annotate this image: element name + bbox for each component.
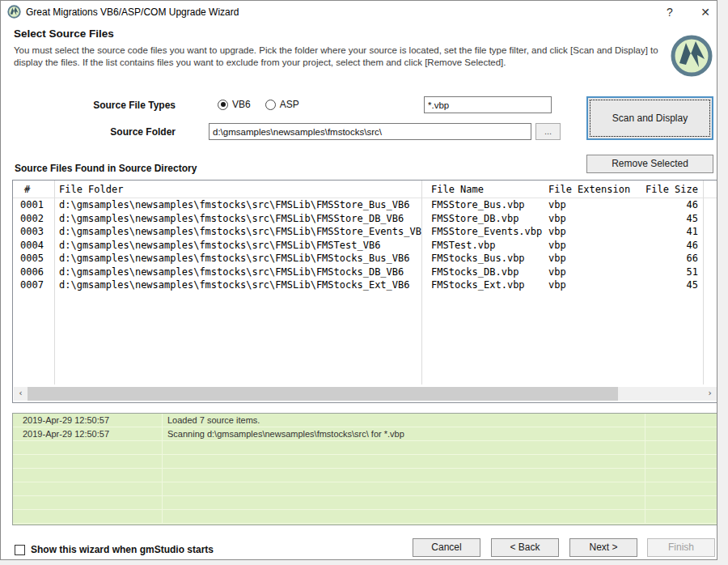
cell-size: 66 bbox=[640, 252, 703, 266]
cell-name: FMSStore_DB.vbp bbox=[421, 212, 541, 226]
table-header-row: # File Folder File Name File Extension F… bbox=[13, 181, 717, 198]
header-file-size[interactable]: File Size bbox=[640, 181, 703, 198]
header-num[interactable]: # bbox=[13, 181, 54, 198]
log-message: Scanning d:\gmsamples\newsamples\fmstock… bbox=[163, 427, 645, 440]
table-row[interactable]: 0001 d:\gmsamples\newsamples\fmstocks\sr… bbox=[13, 198, 717, 212]
log-row: 2019-Apr-29 12:50:57 Scanning d:\gmsampl… bbox=[13, 427, 717, 441]
show-wizard-checkbox[interactable] bbox=[15, 545, 25, 555]
column-divider bbox=[421, 181, 422, 384]
cell-num: 0007 bbox=[13, 278, 54, 292]
source-file-types-label: Source File Types bbox=[14, 100, 176, 111]
table-row[interactable]: 0005 d:\gmsamples\newsamples\fmstocks\sr… bbox=[13, 252, 717, 266]
radio-vb6[interactable]: VB6 bbox=[218, 99, 251, 110]
cell-ext: vbp bbox=[541, 239, 640, 253]
log-row-empty bbox=[13, 469, 717, 482]
cell-ext: vbp bbox=[541, 252, 640, 266]
window-title: Great Migrations VB6/ASP/COM Upgrade Wiz… bbox=[26, 6, 239, 18]
table-row[interactable]: 0004 d:\gmsamples\newsamples\fmstocks\sr… bbox=[13, 239, 717, 253]
show-wizard-checkbox-label: Show this wizard when gmStudio starts bbox=[31, 544, 214, 555]
cell-folder: d:\gmsamples\newsamples\fmstocks\src\FMS… bbox=[54, 266, 421, 279]
column-divider bbox=[54, 181, 55, 384]
close-icon[interactable]: ✕ bbox=[693, 4, 717, 20]
description-line-2: display the files. If the list contains … bbox=[14, 57, 661, 69]
log-timestamp: 2019-Apr-29 12:50:57 bbox=[13, 414, 163, 427]
table-row[interactable]: 0006 d:\gmsamples\newsamples\fmstocks\sr… bbox=[13, 266, 717, 279]
log-row-empty bbox=[13, 482, 717, 496]
page-description: You must select the source code files yo… bbox=[14, 45, 661, 69]
cell-name: FMStocks_Bus.vbp bbox=[421, 252, 541, 266]
next-button[interactable]: Next > bbox=[569, 538, 637, 557]
cell-size: 46 bbox=[640, 239, 703, 253]
page-title: Select Source Files bbox=[14, 28, 114, 40]
log-timestamp: 2019-Apr-29 12:50:57 bbox=[13, 427, 163, 440]
great-migrations-logo bbox=[670, 34, 713, 78]
header-file-folder[interactable]: File Folder bbox=[54, 181, 421, 198]
cell-num: 0005 bbox=[13, 252, 54, 266]
source-folder-label: Source Folder bbox=[14, 126, 176, 138]
scan-and-display-button[interactable]: Scan and Display bbox=[586, 96, 713, 140]
cell-num: 0004 bbox=[13, 239, 54, 253]
scroll-right-icon[interactable]: › bbox=[703, 387, 717, 401]
cell-folder: d:\gmsamples\newsamples\fmstocks\src\FMS… bbox=[54, 252, 421, 266]
cell-name: FMStocks_DB.vbp bbox=[421, 266, 541, 279]
log-message: Loaded 7 source items. bbox=[163, 414, 645, 427]
cell-ext: vbp bbox=[541, 198, 640, 212]
remove-selected-button[interactable]: Remove Selected bbox=[586, 155, 713, 173]
radio-asp-circle-icon[interactable] bbox=[265, 100, 276, 110]
cell-size: 45 bbox=[640, 212, 703, 226]
radio-vb6-label: VB6 bbox=[232, 99, 251, 110]
cancel-button[interactable]: Cancel bbox=[413, 538, 480, 557]
cell-folder: d:\gmsamples\newsamples\fmstocks\src\FMS… bbox=[54, 212, 421, 226]
cell-folder: d:\gmsamples\newsamples\fmstocks\src\FMS… bbox=[54, 198, 421, 212]
cell-name: FMSTest.vbp bbox=[421, 239, 541, 253]
log-row: 2019-Apr-29 12:50:57 Loaded 7 source ite… bbox=[13, 414, 717, 427]
horizontal-scrollbar[interactable]: ‹ › bbox=[14, 387, 717, 401]
cell-folder: d:\gmsamples\newsamples\fmstocks\src\FMS… bbox=[54, 278, 421, 292]
table-row[interactable]: 0002 d:\gmsamples\newsamples\fmstocks\sr… bbox=[13, 212, 717, 226]
cell-size: 46 bbox=[640, 198, 703, 212]
table-row[interactable]: 0007 d:\gmsamples\newsamples\fmstocks\sr… bbox=[13, 278, 717, 292]
log-row-empty bbox=[13, 496, 717, 510]
browse-folder-button[interactable]: ... bbox=[535, 123, 561, 140]
scroll-left-icon[interactable]: ‹ bbox=[14, 387, 28, 401]
file-filter-input[interactable] bbox=[424, 96, 552, 113]
cell-folder: d:\gmsamples\newsamples\fmstocks\src\FMS… bbox=[54, 225, 421, 239]
table-caption: Source Files Found in Source Directory bbox=[15, 163, 197, 174]
app-logo-icon bbox=[7, 5, 21, 19]
cell-ext: vbp bbox=[541, 278, 640, 292]
log-row-empty bbox=[13, 510, 717, 524]
finish-button: Finish bbox=[647, 538, 715, 557]
log-row-empty bbox=[13, 441, 717, 455]
table-row[interactable]: 0003 d:\gmsamples\newsamples\fmstocks\sr… bbox=[13, 225, 717, 239]
cell-size: 41 bbox=[640, 225, 703, 239]
cell-num: 0001 bbox=[13, 198, 54, 212]
cell-name: FMSStore_Events.vbp bbox=[421, 225, 541, 239]
back-button[interactable]: < Back bbox=[491, 538, 559, 557]
radio-asp-label: ASP bbox=[280, 99, 299, 110]
cell-ext: vbp bbox=[541, 266, 640, 279]
header-file-name[interactable]: File Name bbox=[421, 181, 541, 198]
cell-num: 0003 bbox=[13, 225, 54, 239]
scrollbar-thumb[interactable] bbox=[28, 387, 618, 401]
radio-vb6-circle-icon[interactable] bbox=[218, 100, 228, 110]
cell-name: FMSStore_Bus.vbp bbox=[421, 198, 541, 212]
cell-ext: vbp bbox=[541, 212, 640, 226]
cell-ext: vbp bbox=[541, 225, 640, 239]
source-files-table: # File Folder File Name File Extension F… bbox=[12, 180, 717, 403]
file-type-radio-group: VB6 ASP bbox=[218, 99, 299, 110]
title-bar: Great Migrations VB6/ASP/COM Upgrade Wiz… bbox=[1, 1, 717, 23]
description-line-1: You must select the source code files yo… bbox=[14, 45, 661, 57]
source-folder-input[interactable] bbox=[209, 123, 531, 140]
status-log-panel: 2019-Apr-29 12:50:57 Loaded 7 source ite… bbox=[12, 413, 717, 525]
help-button[interactable]: ? bbox=[658, 4, 682, 20]
cell-size: 51 bbox=[640, 266, 703, 279]
header-file-extension[interactable]: File Extension bbox=[541, 181, 640, 198]
radio-asp[interactable]: ASP bbox=[265, 99, 299, 110]
cell-folder: d:\gmsamples\newsamples\fmstocks\src\FMS… bbox=[54, 239, 421, 253]
cell-num: 0006 bbox=[13, 266, 54, 279]
wizard-window: Great Migrations VB6/ASP/COM Upgrade Wiz… bbox=[0, 0, 717, 560]
log-row-empty bbox=[13, 455, 717, 469]
cell-name: FMStocks_Ext.vbp bbox=[421, 278, 541, 292]
cell-size: 45 bbox=[640, 278, 703, 292]
column-divider bbox=[703, 181, 704, 384]
